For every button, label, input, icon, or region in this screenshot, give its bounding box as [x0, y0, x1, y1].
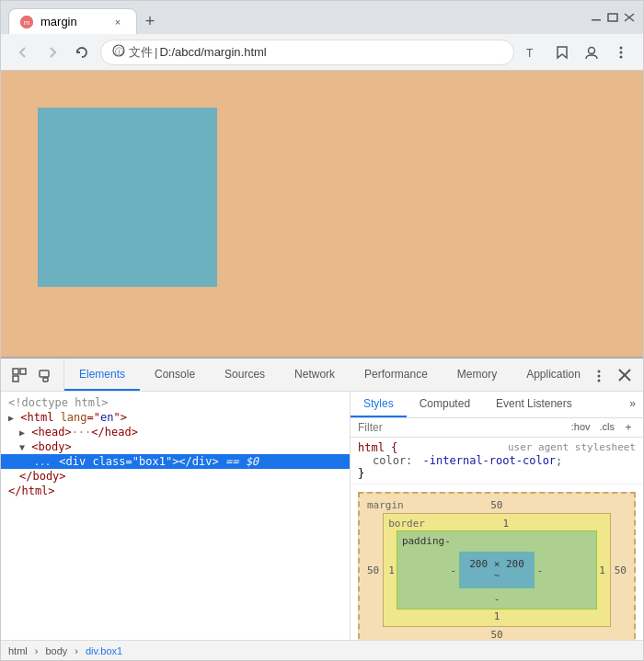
tab-application[interactable]: Application	[512, 359, 581, 391]
bm-content-box: 200 × 200 ~	[459, 552, 535, 588]
devtools-close-button[interactable]	[614, 364, 636, 386]
dom-html[interactable]: ▶ <html lang="en">	[1, 410, 350, 425]
svg-text:T: T	[526, 47, 534, 60]
svg-point-12	[620, 55, 623, 58]
tab-area: m margin × +	[8, 1, 582, 34]
bm-border-middle: 1 padding- -	[386, 530, 607, 610]
browser-menu-button[interactable]	[610, 41, 632, 63]
forward-button[interactable]	[41, 41, 63, 63]
margin-box	[38, 108, 217, 287]
breadcrumb-html[interactable]: html	[8, 645, 28, 656]
dom-div-selected[interactable]: ... <div class="box1"></div> == $0	[1, 454, 350, 469]
svg-point-20	[598, 379, 601, 382]
bm-padding-right: -	[537, 564, 544, 576]
devtools-tabs: Elements Console Sources Network Perform…	[64, 359, 581, 391]
styles-tab-computed[interactable]: Computed	[407, 392, 483, 417]
dom-html-close[interactable]: </html>	[1, 484, 350, 498]
secure-icon: ⓘ	[112, 44, 125, 60]
bm-margin-top-row: margin 50	[363, 497, 630, 513]
styles-tab-event-listeners[interactable]: Event Listeners	[483, 392, 585, 417]
refresh-button[interactable]	[71, 41, 93, 63]
add-style-rule-button[interactable]: +	[621, 420, 636, 435]
cls-filter-button[interactable]: .cls	[597, 420, 618, 435]
element-picker-button[interactable]	[8, 364, 30, 386]
tab-title: margin	[40, 15, 77, 28]
svg-text:ⓘ: ⓘ	[115, 47, 123, 56]
styles-tabs: Styles Computed Event Listeners »	[351, 392, 643, 418]
breadcrumb-body[interactable]: body	[45, 645, 67, 656]
dom-body-close[interactable]: </body>	[1, 469, 350, 484]
styles-tab-styles[interactable]: Styles	[351, 392, 407, 417]
dom-body-tag: <body>	[31, 440, 71, 453]
bm-content-row: - 200 × 200 ~ -	[400, 548, 593, 592]
style-selector: html {	[358, 441, 397, 454]
page-content	[1, 71, 643, 357]
styles-rule-header: html { user agent stylesheet	[358, 441, 636, 454]
tab-elements[interactable]: Elements	[64, 359, 140, 391]
bm-padding-label: padding-	[400, 534, 593, 548]
styles-more-tabs[interactable]: »	[622, 392, 643, 417]
address-input[interactable]: ⓘ 文件 | D:/abcd/margin.html	[100, 40, 514, 65]
devtools-icon-group	[1, 359, 64, 391]
tab-sources[interactable]: Sources	[210, 359, 280, 391]
tab-memory[interactable]: Memory	[443, 359, 512, 391]
tab-network[interactable]: Network	[280, 359, 350, 391]
dom-html-tag: <html	[20, 411, 60, 424]
translate-button[interactable]: T	[522, 41, 544, 63]
style-source: user agent stylesheet	[508, 441, 636, 453]
styles-rule-html: html { user agent stylesheet color: -int…	[351, 438, 643, 484]
dom-doctype-text: <!doctype html>	[8, 396, 108, 409]
account-button[interactable]	[581, 41, 603, 63]
svg-point-11	[620, 51, 623, 53]
filter-actions: :hov .cls +	[569, 420, 636, 435]
bm-border-box: border 1 1 padding-	[383, 513, 611, 627]
bookmark-button[interactable]	[551, 41, 573, 63]
browser-window: m margin × +	[0, 0, 644, 661]
hov-filter-button[interactable]: :hov	[569, 420, 593, 435]
dom-div-class-attr: class	[92, 455, 125, 468]
address-bar: ⓘ 文件 | D:/abcd/margin.html T	[1, 34, 643, 71]
svg-rect-17	[43, 378, 48, 382]
devtools-options-button[interactable]	[588, 364, 610, 386]
bm-border-right: 1	[597, 530, 607, 610]
maximize-button[interactable]	[606, 11, 619, 24]
close-button[interactable]	[623, 11, 636, 24]
bm-border-label: border	[388, 518, 425, 530]
head-expand-icon: ▶	[19, 427, 25, 438]
minimize-button[interactable]	[590, 11, 603, 24]
styles-rule-close: }	[358, 467, 636, 480]
tab-favicon: m	[20, 16, 33, 28]
tab-close-button[interactable]: ×	[110, 15, 125, 29]
status-bar: html › body › div.box1	[1, 640, 643, 660]
tab-console[interactable]: Console	[140, 359, 210, 391]
window-controls	[590, 11, 636, 24]
dom-div-tag: <div	[59, 455, 92, 468]
bm-middle-section: 50 border 1 1	[363, 513, 630, 627]
browser-tab[interactable]: m margin ×	[8, 8, 137, 34]
devtools-main: <!doctype html> ▶ <html lang="en"> ▶ <he…	[1, 392, 643, 640]
bm-padding-left: -	[451, 564, 457, 576]
svg-text:m: m	[24, 18, 30, 27]
devtools-toolbar: Elements Console Sources Network Perform…	[1, 359, 643, 392]
styles-filter-input[interactable]	[358, 421, 565, 434]
new-tab-button[interactable]: +	[137, 8, 163, 34]
svg-rect-14	[20, 369, 26, 374]
bm-margin-bottom: 50	[363, 627, 630, 640]
dom-doctype[interactable]: <!doctype html>	[1, 395, 350, 410]
breadcrumb-div[interactable]: div.box1	[86, 645, 122, 656]
dom-html-close-tag: </html>	[8, 484, 55, 497]
dom-body-open[interactable]: ▼ <body>	[1, 439, 350, 454]
bm-padding-bottom: -	[400, 592, 593, 606]
svg-rect-16	[40, 370, 49, 377]
devtools: Elements Console Sources Network Perform…	[1, 357, 643, 660]
back-button[interactable]	[12, 41, 34, 63]
tab-performance[interactable]: Performance	[350, 359, 443, 391]
styles-filter-bar: :hov .cls +	[351, 418, 643, 438]
bm-margin-right: 50	[611, 513, 630, 627]
dom-head-ellipsis: ···	[72, 426, 92, 439]
bm-border-top-val: 1	[503, 518, 510, 530]
style-value: -internal-root-color	[423, 454, 557, 467]
responsive-mode-button[interactable]	[34, 364, 56, 386]
styles-rule-body: color: -internal-root-color;	[358, 454, 636, 467]
dom-head[interactable]: ▶ <head>···</head>	[1, 425, 350, 439]
